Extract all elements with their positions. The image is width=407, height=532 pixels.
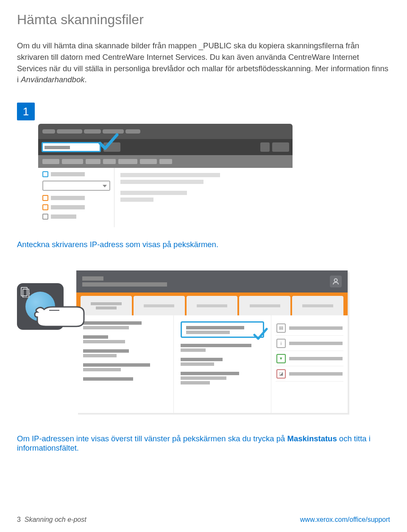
tab[interactable]: [81, 296, 132, 315]
page-number: 3: [17, 516, 21, 523]
intro-end: .: [84, 75, 86, 84]
document-icon: [20, 287, 30, 298]
browser-screenshot: [38, 124, 293, 227]
support-link[interactable]: www.xerox.com/office/support: [300, 516, 390, 524]
toolbar-help-icon[interactable]: [260, 142, 270, 152]
folder-icon: [42, 204, 48, 210]
tab[interactable]: [239, 296, 290, 315]
browser-sidebar: [38, 168, 114, 227]
page-title: Hämta skanningsfiler: [17, 12, 390, 28]
caption2-part1: Om IP-adressen inte visas överst till vä…: [17, 434, 287, 443]
checkmark-icon: [253, 326, 268, 342]
hand-pointer-icon: [34, 304, 85, 330]
touchscreen-header: [76, 270, 348, 292]
option-row[interactable]: i: [276, 336, 343, 351]
info-column-2: [174, 315, 271, 413]
sidebar-dropdown[interactable]: [42, 181, 110, 191]
status-icon: ▾: [276, 354, 286, 363]
browser-subbar: [38, 155, 293, 168]
options-column: ▤ i ▾ ◪: [271, 315, 348, 413]
page-footer: 3 Skanning och e-post www.xerox.com/offi…: [17, 516, 390, 524]
tab[interactable]: [187, 296, 238, 315]
touchscreen-ui: ▤ i ▾ ◪: [76, 270, 348, 413]
address-bar-highlighted[interactable]: [42, 142, 101, 152]
option-row[interactable]: ◪: [276, 366, 343, 382]
user-icon[interactable]: [330, 276, 342, 287]
info-icon: i: [276, 339, 286, 348]
folder-icon: [42, 195, 48, 201]
ip-address-field-highlighted: [181, 321, 264, 338]
toolbar-button[interactable]: [272, 142, 289, 152]
tab[interactable]: [292, 296, 343, 315]
checkmark-icon: [98, 131, 119, 153]
folder-icon: [42, 171, 48, 177]
intro-italic: Användarhandbok: [21, 75, 84, 84]
step-note-caption: Om IP-adressen inte visas överst till vä…: [17, 434, 390, 453]
step-1-caption: Anteckna skrivarens IP-adress som visas …: [17, 240, 390, 249]
touchscreen-tabs: [76, 292, 348, 315]
option-row[interactable]: ▾: [276, 351, 343, 366]
touchscreen-figure: ▤ i ▾ ◪: [17, 270, 390, 413]
info-column-1: [76, 315, 174, 413]
browser-toolbar: [38, 139, 293, 155]
svg-point-4: [335, 279, 337, 282]
browser-titlebar: [38, 124, 293, 139]
folder-icon: [42, 214, 48, 220]
paper-icon: ▤: [276, 323, 286, 333]
intro-paragraph: Om du vill hämta dina skannade bilder fr…: [17, 40, 390, 86]
caption2-bold: Maskinstatus: [287, 434, 337, 443]
section-name: Skanning och e-post: [25, 516, 86, 523]
browser-main: [114, 168, 293, 227]
tab[interactable]: [134, 296, 185, 315]
step-1-badge: 1: [17, 103, 35, 120]
chart-icon: ◪: [276, 369, 286, 379]
option-row[interactable]: ▤: [276, 320, 343, 336]
